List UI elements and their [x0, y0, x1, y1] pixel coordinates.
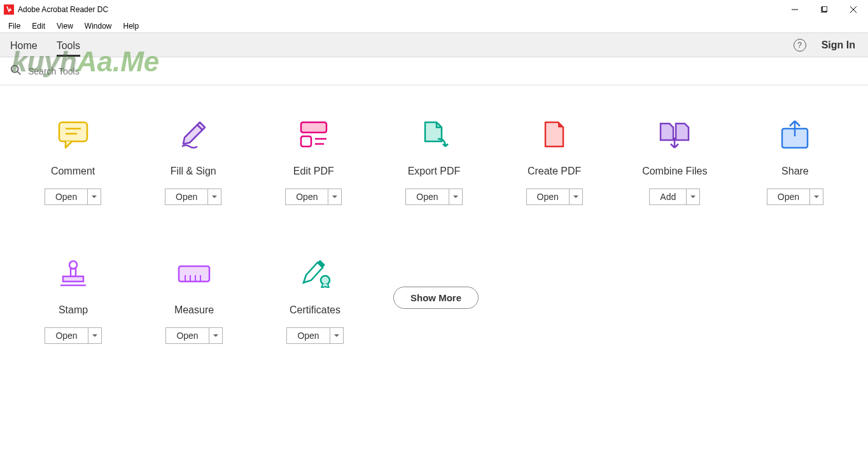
minimize-button[interactable] — [780, 0, 809, 19]
add-button[interactable]: Add — [649, 189, 686, 205]
title-bar: Adobe Acrobat Reader DC — [0, 0, 868, 19]
dropdown-button[interactable] — [87, 189, 101, 205]
svg-rect-13 — [301, 136, 311, 146]
tool-measure: Measure Open — [134, 256, 255, 344]
export-pdf-icon — [416, 117, 452, 153]
dropdown-button[interactable] — [88, 327, 102, 344]
tool-comment: Comment Open — [13, 117, 133, 205]
svg-rect-21 — [179, 266, 209, 281]
open-button[interactable]: Open — [405, 189, 448, 205]
open-button[interactable]: Open — [165, 327, 208, 344]
fill-sign-icon — [176, 117, 211, 153]
tool-label: Certificates — [290, 304, 340, 316]
menu-window[interactable]: Window — [79, 20, 118, 32]
dropdown-button[interactable] — [207, 189, 221, 205]
svg-point-6 — [11, 65, 18, 72]
share-icon — [777, 117, 813, 153]
sign-in-button[interactable]: Sign In — [822, 39, 855, 51]
tool-label: Measure — [174, 304, 214, 316]
comment-icon — [55, 117, 91, 153]
tool-certificates: Certificates Open — [255, 256, 375, 344]
dropdown-button[interactable] — [686, 189, 700, 205]
svg-rect-12 — [301, 122, 326, 132]
menu-edit[interactable]: Edit — [26, 20, 51, 32]
create-pdf-icon — [536, 117, 572, 153]
menu-help[interactable]: Help — [118, 20, 145, 32]
tool-label: Export PDF — [408, 166, 461, 177]
open-button[interactable]: Open — [45, 189, 87, 205]
tool-label: Fill & Sign — [171, 166, 216, 177]
tool-export-pdf: Export PDF Open — [374, 117, 494, 205]
open-button[interactable]: Open — [526, 189, 569, 205]
tool-label: Combine Files — [642, 166, 707, 177]
stamp-icon — [55, 256, 91, 292]
tab-home[interactable]: Home — [10, 35, 38, 57]
open-button[interactable]: Open — [285, 189, 328, 205]
show-more-button[interactable]: Show More — [393, 287, 479, 309]
tool-fill-sign: Fill & Sign Open — [133, 117, 253, 205]
search-input[interactable] — [28, 66, 155, 76]
menu-view[interactable]: View — [51, 20, 79, 32]
tool-label: Share — [781, 166, 809, 177]
maximize-button[interactable] — [809, 0, 839, 19]
tool-label: Comment — [51, 166, 95, 177]
svg-line-7 — [18, 71, 21, 75]
search-bar — [0, 57, 868, 85]
tool-create-pdf: Create PDF Open — [494, 117, 615, 205]
menu-bar: File Edit View Window Help — [0, 19, 868, 33]
tab-tools[interactable]: Tools — [57, 35, 80, 57]
certificates-icon — [297, 256, 333, 292]
open-button[interactable]: Open — [286, 327, 329, 344]
dropdown-button[interactable] — [449, 189, 463, 205]
app-icon — [4, 4, 14, 15]
menu-file[interactable]: File — [3, 20, 26, 32]
tool-stamp: Stamp Open — [13, 256, 134, 344]
open-button[interactable]: Open — [165, 189, 207, 205]
close-button[interactable] — [839, 0, 868, 19]
measure-icon — [176, 256, 212, 292]
window-title: Adobe Acrobat Reader DC — [18, 5, 108, 14]
show-more-container: Show More — [375, 256, 496, 344]
tool-label: Stamp — [59, 304, 88, 316]
combine-files-icon — [657, 117, 692, 153]
svg-point-26 — [321, 276, 330, 285]
open-button[interactable]: Open — [767, 189, 809, 205]
dropdown-button[interactable] — [809, 189, 823, 205]
dropdown-button[interactable] — [330, 327, 344, 344]
svg-rect-18 — [71, 269, 76, 276]
help-icon[interactable]: ? — [794, 39, 806, 52]
svg-rect-19 — [63, 276, 83, 281]
tool-combine-files: Combine Files Add — [615, 117, 735, 205]
svg-rect-8 — [59, 122, 87, 141]
dropdown-button[interactable] — [328, 189, 342, 205]
search-icon — [10, 64, 22, 78]
tool-edit-pdf: Edit PDF Open — [253, 117, 374, 205]
dropdown-button[interactable] — [569, 189, 583, 205]
tool-label: Edit PDF — [293, 166, 334, 177]
edit-pdf-icon — [296, 117, 332, 153]
tools-grid: Comment Open Fill & Sign Open Edit PDF — [0, 85, 868, 395]
svg-rect-2 — [822, 6, 827, 11]
tool-label: Create PDF — [528, 166, 581, 177]
open-button[interactable]: Open — [45, 327, 87, 344]
tab-bar: Home Tools ? Sign In — [0, 33, 868, 57]
tool-share: Share Open — [735, 117, 855, 205]
dropdown-button[interactable] — [209, 327, 223, 344]
svg-point-17 — [69, 261, 77, 269]
